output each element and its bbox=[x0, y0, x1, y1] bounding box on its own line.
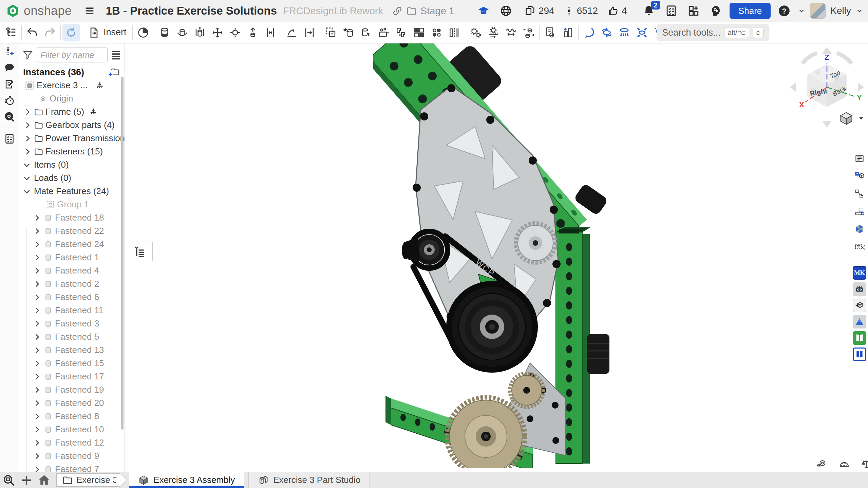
tab-part-studio[interactable]: Exercise 3 Part Studio bbox=[248, 472, 370, 488]
chevron-right-icon[interactable] bbox=[33, 399, 41, 408]
chevron-right-icon[interactable] bbox=[33, 266, 41, 275]
slider-mate-button[interactable] bbox=[191, 24, 209, 41]
tree-item-mate[interactable]: Fastened 24 bbox=[19, 238, 125, 251]
apps-button[interactable] bbox=[685, 2, 702, 20]
ball-mate-button[interactable] bbox=[226, 24, 244, 41]
slip-ring-button[interactable] bbox=[520, 24, 537, 41]
hide-features-button[interactable] bbox=[541, 24, 559, 41]
chevron-right-icon[interactable] bbox=[33, 359, 41, 368]
tasks-button[interactable] bbox=[662, 2, 680, 20]
app-docs-blue-button[interactable] bbox=[853, 348, 866, 361]
app-robot-button[interactable] bbox=[853, 282, 866, 296]
filter-funnel-icon[interactable] bbox=[22, 50, 33, 60]
transform-button[interactable] bbox=[322, 24, 340, 41]
drop-parts-button[interactable] bbox=[616, 24, 633, 41]
tree-item-mate[interactable]: Fastened 17 bbox=[19, 370, 125, 383]
tree-item-mate[interactable]: Fastened 3 bbox=[19, 317, 125, 330]
chevron-down-icon[interactable] bbox=[22, 174, 31, 183]
update-rebuild-button[interactable] bbox=[62, 24, 80, 41]
spin-view-button[interactable] bbox=[598, 24, 616, 41]
tree-item-mate[interactable]: Fastened 10 bbox=[19, 423, 125, 436]
revolute-mate-button[interactable] bbox=[173, 24, 191, 41]
chevron-down-icon[interactable] bbox=[22, 187, 31, 196]
filter-input[interactable] bbox=[36, 48, 108, 62]
search-settings-button[interactable] bbox=[0, 109, 19, 125]
tree-item-mate[interactable]: Fastened 9 bbox=[19, 449, 125, 463]
tree-item-mate[interactable]: Fastened 20 bbox=[19, 396, 125, 410]
tangent-mate-button[interactable] bbox=[283, 24, 301, 41]
chevron-right-icon[interactable] bbox=[33, 452, 41, 461]
tree-item-power-folder[interactable]: Power Transmission (... bbox=[19, 132, 125, 145]
chevron-right-icon[interactable] bbox=[33, 306, 41, 315]
bom-panel-button[interactable] bbox=[852, 151, 867, 166]
workspace-breadcrumb[interactable]: Stage 1 bbox=[392, 5, 454, 17]
add-tab-button[interactable] bbox=[18, 472, 35, 488]
tree-item-mate[interactable]: Fastened 18 bbox=[19, 211, 125, 224]
replicate-button[interactable] bbox=[340, 24, 357, 41]
likes-stat[interactable]: 4 bbox=[607, 5, 627, 17]
standard-content-button[interactable] bbox=[375, 24, 393, 41]
tree-item-root[interactable]: Exercise 3 ... bbox=[19, 79, 125, 92]
learning-center-button[interactable] bbox=[475, 2, 492, 20]
width-mate-button[interactable] bbox=[262, 24, 279, 41]
undo-button[interactable] bbox=[23, 24, 41, 41]
notifications-button[interactable]: 2 bbox=[640, 2, 658, 20]
planar-mate-button[interactable] bbox=[209, 24, 226, 41]
mirror-button[interactable] bbox=[446, 24, 463, 41]
view-mode-button[interactable] bbox=[836, 110, 867, 127]
tree-item-mate[interactable]: Fastened 12 bbox=[19, 436, 125, 449]
public-document-button[interactable] bbox=[497, 2, 515, 20]
app-docs-green-button[interactable] bbox=[853, 331, 866, 345]
add-folder-icon[interactable] bbox=[108, 67, 120, 78]
tree-item-mate[interactable]: Fastened 4 bbox=[19, 264, 125, 277]
list-view-icon[interactable] bbox=[110, 49, 122, 61]
rotate-animate-button[interactable] bbox=[580, 24, 598, 41]
tape-measure-button[interactable] bbox=[814, 457, 829, 472]
tree-item-mate[interactable]: Fastened 2 bbox=[19, 277, 125, 290]
tree-item-mate[interactable]: Fastened 5 bbox=[19, 330, 125, 343]
section-mate-features[interactable]: Mate Features (24) bbox=[19, 185, 125, 198]
mate-button[interactable] bbox=[134, 24, 152, 41]
tree-item-mate[interactable]: Fastened 13 bbox=[19, 343, 125, 357]
chevron-right-icon[interactable] bbox=[33, 346, 41, 355]
tree-item-mate[interactable]: Fastened 11 bbox=[19, 304, 125, 317]
app-altium-button[interactable] bbox=[853, 315, 866, 329]
chevron-right-icon[interactable] bbox=[33, 425, 41, 434]
insert-column-button[interactable] bbox=[559, 24, 577, 41]
tree-item-gearbox-folder[interactable]: Gearbox parts (4) bbox=[19, 118, 125, 132]
assembly-3d-render[interactable]: WCP bbox=[373, 43, 611, 468]
comments-button[interactable] bbox=[0, 60, 19, 76]
tree-item-frame-folder[interactable]: Frame (5) bbox=[19, 105, 125, 118]
insert-button[interactable]: Insert bbox=[84, 24, 131, 41]
tree-item-mate[interactable]: Fastened 22 bbox=[19, 224, 125, 238]
tree-item-mate[interactable]: Fastened 15 bbox=[19, 357, 125, 370]
tree-item-group[interactable]: Group 1 bbox=[19, 198, 125, 211]
folder-tab-exercise-3[interactable]: Exercise 3 bbox=[56, 473, 120, 487]
render-app-button[interactable] bbox=[852, 222, 867, 236]
pin-slot-mate-button[interactable] bbox=[244, 24, 262, 41]
feature-list-toggle-button[interactable] bbox=[2, 24, 20, 41]
app-exporter-button[interactable] bbox=[853, 299, 866, 312]
tree-item-mate[interactable]: Fastened 8 bbox=[19, 410, 125, 423]
chevron-right-icon[interactable] bbox=[33, 293, 41, 302]
ai-advisor-button[interactable] bbox=[707, 2, 725, 20]
chevron-right-icon[interactable] bbox=[33, 280, 41, 288]
chevron-right-icon[interactable] bbox=[23, 134, 32, 143]
search-tabs-button[interactable] bbox=[0, 472, 18, 488]
share-button[interactable]: Share bbox=[730, 3, 771, 19]
configurations-panel-button[interactable] bbox=[852, 169, 867, 183]
part-export-panel-button[interactable] bbox=[852, 187, 867, 201]
chevron-right-icon[interactable] bbox=[33, 465, 41, 472]
onshape-logo[interactable]: onshape bbox=[5, 3, 72, 18]
pattern-button[interactable] bbox=[393, 24, 410, 41]
home-tab-button[interactable] bbox=[35, 472, 53, 488]
copies-stat[interactable]: 294 bbox=[524, 5, 554, 17]
edit-description-button[interactable] bbox=[0, 76, 19, 92]
circular-pattern-button[interactable] bbox=[428, 24, 446, 41]
user-menu-caret-icon[interactable] bbox=[856, 7, 863, 15]
gears-button[interactable] bbox=[467, 24, 485, 41]
user-avatar[interactable] bbox=[810, 3, 826, 19]
performance-button[interactable] bbox=[0, 92, 19, 109]
chevron-right-icon[interactable] bbox=[33, 412, 41, 421]
chevron-right-icon[interactable] bbox=[33, 386, 41, 394]
